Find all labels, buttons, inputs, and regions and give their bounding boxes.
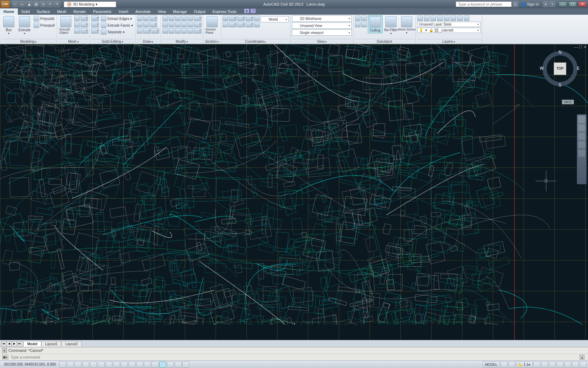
culling-button[interactable]: Culling [368,15,383,33]
quickview-drawings-icon[interactable] [508,361,515,368]
osnap-toggle[interactable] [90,361,97,368]
tab-insert[interactable]: Insert [115,8,132,15]
toolbar-lock-icon[interactable] [556,361,564,368]
hardware-accel-icon[interactable] [564,361,571,368]
polysolid-button[interactable]: Polysolid [33,15,55,22]
workspace-dropdown[interactable]: 🛞 3D Modeling ▾ [64,1,116,7]
viewcube-face-top[interactable]: TOP [554,62,566,75]
subobj-edge-icon[interactable] [361,15,367,21]
qat-saveas-icon[interactable]: ▤ [33,1,39,7]
qat-redo-icon[interactable]: ↷ [54,1,60,7]
mesh-uncrease-icon[interactable] [80,28,88,34]
model-space-button[interactable]: MODEL [483,361,500,368]
ribbon-help-icon[interactable]: ? [250,8,256,13]
tab-first-icon[interactable]: ⏮ [1,341,6,346]
nav-pan-icon[interactable] [578,124,585,131]
join-icon[interactable] [188,28,193,34]
trim-icon[interactable] [175,15,181,21]
align-icon[interactable] [194,22,202,27]
layer-tool7-icon[interactable] [457,15,463,21]
panel-title-draw[interactable]: Draw▾ [137,39,159,44]
exchange-icon[interactable]: ✕ [543,1,548,7]
layer-tool4-icon[interactable] [437,15,443,21]
tab-view[interactable]: View [154,8,170,15]
tab-next-icon[interactable]: ▶ [12,341,17,346]
ucs-face-icon[interactable] [223,22,228,27]
tab-mesh[interactable]: Mesh [54,8,70,15]
mesh-more-icon[interactable] [74,15,80,21]
extend-icon[interactable] [181,15,187,21]
fillet-icon[interactable] [175,22,181,27]
qat-new-icon[interactable]: □ [12,1,18,7]
grid-toggle[interactable] [67,361,74,368]
mesh-refine-icon[interactable] [80,22,88,27]
mesh-crease-icon[interactable] [74,28,80,34]
ortho-toggle[interactable] [75,361,82,368]
layer-tool5-icon[interactable] [444,15,449,21]
qat-open-icon[interactable]: ▭ [19,1,25,7]
intersect-icon[interactable] [91,28,99,34]
wcs-badge[interactable]: WCS [562,100,574,104]
tray1-icon[interactable] [175,361,182,368]
coordinate-readout[interactable]: 601200.038, 6645015.581, 0.000 [1,362,58,366]
panel-title-section[interactable]: Section▾ [205,39,219,44]
cmdline-close-icon[interactable]: ✕ [2,348,7,353]
panel-title-layers[interactable]: Layers▾ [417,39,481,44]
ducs-toggle[interactable] [113,361,120,368]
anno-visibility-icon[interactable] [533,361,540,368]
nav-orbit-icon[interactable] [578,141,585,148]
tab-manage[interactable]: Manage [169,8,190,15]
ucs-icon[interactable] [223,15,228,21]
mesh-smooth-more-icon[interactable] [80,15,88,21]
ucs-view-icon[interactable] [237,22,245,27]
tab-layout2[interactable]: Layout2 [61,341,82,347]
tab-parametric[interactable]: Parametric [90,8,115,15]
workspace-switch-icon[interactable] [549,361,556,368]
array-icon[interactable] [188,22,193,27]
viewcube-west[interactable]: W [540,66,544,71]
tab-home[interactable]: Home [0,8,18,15]
app-menu-button[interactable]: C3D [0,0,10,8]
tray2-icon[interactable] [182,361,189,368]
break-icon[interactable] [181,28,187,34]
current-layer-combo[interactable]: 💡☀🔒_rutenett [417,28,481,33]
tab-output[interactable]: Output [190,8,209,15]
ucs-origin-icon[interactable] [254,15,260,21]
lwt-toggle[interactable] [128,361,135,368]
extract-edges-button[interactable]: Extract Edges ▾ [100,15,133,22]
nav-wheel-icon[interactable] [578,116,585,123]
panel-title-subobject[interactable]: Subobject [355,39,414,44]
layer-state-combo[interactable]: Unsaved Layer State [417,22,481,27]
layer-tool3-icon[interactable] [430,15,436,21]
nav-showmotion-icon[interactable] [578,150,585,157]
subtract-icon[interactable] [91,22,99,27]
presspull-button[interactable]: Presspull [33,22,55,28]
line-icon[interactable] [137,15,142,21]
signin-button[interactable]: 👤 Sign In [518,2,542,7]
help-icon[interactable]: ? [550,1,555,7]
panel-title-view[interactable]: View▾ [292,39,352,44]
tpy-toggle[interactable] [136,361,143,368]
point-icon[interactable] [152,28,159,34]
ucs-object-icon[interactable] [229,22,237,27]
panel-title-mesh[interactable]: Mesh▾ [58,39,88,44]
layer-tool6-icon[interactable] [450,15,456,21]
tab-render[interactable]: Render [70,8,90,15]
ucs-world-icon[interactable] [229,15,237,21]
saved-view-combo[interactable]: Unsaved View [292,22,352,29]
tab-express-tools[interactable]: Express Tools [209,8,240,15]
move-gizmo-button[interactable]: Move Gizmo▾ [399,15,414,35]
box-button[interactable]: Box▾ [1,15,16,36]
lengthen-icon[interactable] [194,28,202,34]
ucs-z-icon[interactable] [246,15,253,21]
chamfer-icon[interactable] [181,22,187,27]
infocenter-icon[interactable]: ⓘ [513,1,518,7]
anno-autoscale-icon[interactable] [541,361,548,368]
rectangle-icon[interactable] [137,28,142,34]
viewcube-north[interactable]: N [559,50,562,55]
snap-toggle[interactable] [59,361,66,368]
ucs-prev-icon[interactable] [237,15,245,21]
erase-icon[interactable] [188,15,193,21]
panel-title-solid-editing[interactable]: Solid Editing▾ [91,39,133,44]
tab-last-icon[interactable]: ⏭ [17,341,22,346]
